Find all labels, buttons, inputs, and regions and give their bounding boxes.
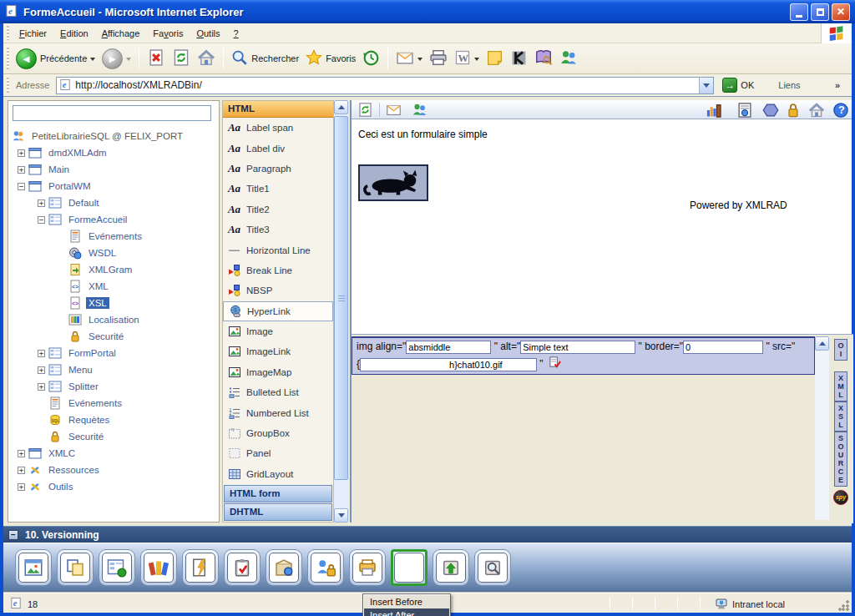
side-tab-xml[interactable]: X M L <box>834 371 847 401</box>
palette-item-gridlayout[interactable]: GridLayout <box>223 464 333 484</box>
edit-check-icon[interactable] <box>549 359 561 371</box>
context-menu-insert-before[interactable]: Insert Before <box>364 595 449 608</box>
print-button[interactable] <box>426 48 451 68</box>
tree-item-label[interactable]: WSDL <box>86 247 119 259</box>
tree-item-securit-[interactable]: Securité <box>8 328 219 345</box>
tree-item-label[interactable]: Securité <box>66 431 106 442</box>
collapse-icon[interactable]: − <box>38 216 45 224</box>
tree-item-label[interactable]: XMLC <box>46 447 78 459</box>
context-menu-insert-after[interactable]: Insert After <box>364 608 449 616</box>
versionning-button-save-floppy-icon[interactable] <box>391 549 428 586</box>
tree-item-label[interactable]: FormPortal <box>66 347 119 359</box>
versionning-button-form-view-icon[interactable] <box>99 549 135 586</box>
help-icon[interactable]: ? <box>832 102 849 119</box>
tree-item-ev-nements[interactable]: Evénements <box>8 395 219 412</box>
versionning-button-copy-icon[interactable] <box>57 549 94 586</box>
tree-item-wsdl[interactable]: WSDL <box>8 245 219 261</box>
expand-icon[interactable]: + <box>38 199 45 207</box>
tree-item-label[interactable]: Evénements <box>66 397 124 409</box>
resize-grip[interactable] <box>838 600 849 611</box>
tree-item-ev-nements[interactable]: Evénements <box>8 228 219 245</box>
palette-item-groupbox[interactable]: xyGroupBox <box>223 423 333 443</box>
tree-item-securit-[interactable]: Securité <box>8 428 219 445</box>
collapse-icon[interactable]: − <box>8 530 18 540</box>
lock-icon[interactable] <box>785 102 802 119</box>
menu-item-affichage[interactable]: Affichage <box>95 26 147 41</box>
palette-item-imagemap[interactable]: ImageMap <box>223 362 333 382</box>
tree-item-splitter[interactable]: +Splitter <box>8 378 219 395</box>
links-label[interactable]: Liens <box>778 80 800 90</box>
scrollbar-thumb[interactable] <box>334 116 348 480</box>
minimize-button[interactable] <box>790 3 808 21</box>
toolbar-grip[interactable] <box>7 26 9 39</box>
tree-item-localisation[interactable]: Localisation <box>8 311 219 328</box>
toolbar-grip[interactable] <box>7 48 9 68</box>
palette-item-break-line[interactable]: Break Line <box>223 260 333 280</box>
tree-item-xmlgram[interactable]: XMLGram <box>8 261 219 278</box>
history-button[interactable] <box>359 49 383 68</box>
tree-item-xmlc[interactable]: +XMLC <box>8 445 219 462</box>
tree-item-label[interactable]: FormeAccueil <box>66 214 129 225</box>
palette-header-html[interactable]: HTML <box>223 101 333 118</box>
side-tab-source[interactable]: S O U R C E <box>834 432 847 487</box>
tree-item-default[interactable]: +Default <box>8 194 219 211</box>
tree-item-label[interactable]: Evénements <box>86 230 144 242</box>
back-button[interactable]: ◄ Précédente <box>13 48 99 69</box>
tree-search-input[interactable] <box>13 105 211 121</box>
versionning-button-package-icon[interactable] <box>266 549 302 586</box>
versionning-button-clipboard-check-icon[interactable] <box>224 549 261 586</box>
tree-item-label[interactable]: XSL <box>86 297 109 309</box>
edit-word-button[interactable]: W <box>451 49 483 68</box>
favorites-button[interactable]: Favoris <box>302 49 359 68</box>
refresh-page-icon[interactable] <box>357 102 374 119</box>
scroll-down-icon[interactable] <box>334 508 348 523</box>
tree-item-outils[interactable]: +Outils <box>8 478 219 495</box>
refresh-button[interactable] <box>169 48 194 68</box>
tree-item-label[interactable]: Main <box>46 164 72 175</box>
scroll-up-icon[interactable] <box>815 336 829 351</box>
expand-icon[interactable]: + <box>18 450 25 457</box>
menu-item-fichier[interactable]: Fichier <box>13 26 53 41</box>
expand-icon[interactable]: + <box>18 483 25 491</box>
tree-item-label[interactable]: Requètes <box>66 414 112 426</box>
menu-item-favoris[interactable]: Favoris <box>146 26 190 41</box>
tree-item-requ-tes[interactable]: SQLRequètes <box>8 412 219 428</box>
collapse-icon[interactable]: − <box>18 183 25 190</box>
menu-item-edition[interactable]: Edition <box>53 26 95 41</box>
address-dropdown-icon[interactable] <box>699 78 713 93</box>
back-dropdown-icon[interactable] <box>90 58 95 63</box>
versionning-button-image-window-icon[interactable] <box>15 549 52 586</box>
toolbar-grip[interactable] <box>7 78 9 93</box>
hexagon-icon[interactable] <box>762 102 779 119</box>
palette-item-numbered-list[interactable]: 12Numbered List <box>223 402 333 422</box>
tree-item-label[interactable]: XML <box>86 280 111 292</box>
tree-item-label[interactable]: XMLGram <box>86 264 134 275</box>
tree-item-label[interactable]: Ressources <box>46 464 102 476</box>
maximize-button[interactable] <box>811 3 829 21</box>
tree-item-label[interactable]: dmdXMLAdm <box>46 147 109 159</box>
tree-item-label[interactable]: Localisation <box>86 314 142 326</box>
palette-item-nbsp[interactable]: NBSP <box>223 280 333 300</box>
side-tab-oi[interactable]: O I <box>834 339 847 361</box>
selected-element-row[interactable]: img align=" " alt=" " border=" " src=" {… <box>352 336 815 375</box>
expand-icon[interactable]: + <box>18 166 25 174</box>
versionning-button-print-box-icon[interactable] <box>349 549 386 586</box>
palette-section-html-form[interactable]: HTML form <box>224 485 332 502</box>
menu-item-outils[interactable]: Outils <box>190 26 226 41</box>
palette-item-label-span[interactable]: AaLabel span <box>223 118 333 138</box>
versionning-button-doc-lightning-icon[interactable] <box>182 549 219 586</box>
tree-item-dmdxmladm[interactable]: +dmdXMLAdm <box>8 144 219 161</box>
spy-badge[interactable]: spy <box>833 490 848 505</box>
go-ok-button[interactable]: → OK <box>721 77 759 93</box>
tree-item-label[interactable]: Default <box>66 197 101 209</box>
palette-item-title2[interactable]: AaTitle2 <box>223 199 333 220</box>
tree-item-label[interactable]: Securité <box>86 331 126 342</box>
tree-item-label[interactable]: Splitter <box>66 381 101 392</box>
expand-icon[interactable]: + <box>38 350 45 357</box>
cat-image[interactable] <box>358 164 428 201</box>
address-input[interactable]: e http://localhost/XMLRADBin/ <box>56 77 714 94</box>
links-chevron-icon[interactable]: » <box>835 80 840 90</box>
expand-icon[interactable]: + <box>18 149 25 157</box>
expand-icon[interactable]: + <box>38 383 45 391</box>
palette-item-label-div[interactable]: AaLabel div <box>223 138 333 158</box>
